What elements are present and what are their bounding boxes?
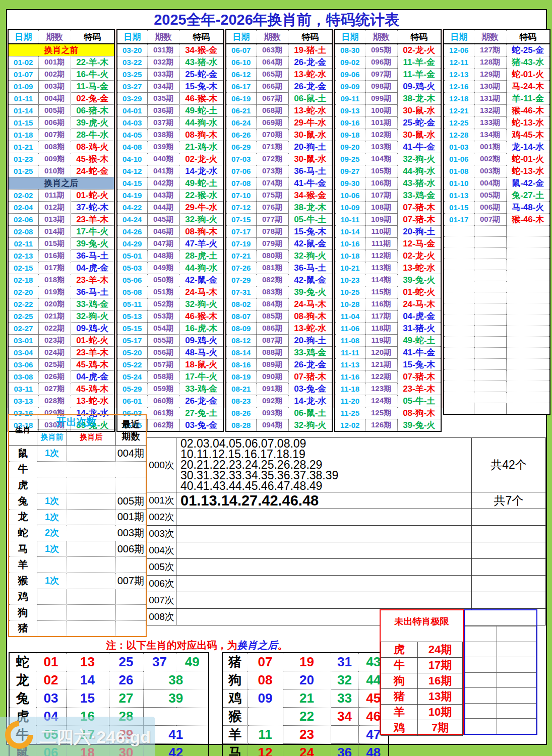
table-row: 09-06097期11-羊-金 [335, 69, 441, 81]
date-cell: 07-03 [226, 153, 256, 165]
stats-zodiac-cell: 牛 [9, 461, 37, 477]
stats-before-cell [37, 477, 67, 493]
period-cell: 018期 [38, 274, 71, 286]
stats-row: 鸡 [9, 589, 146, 605]
date-cell: 01-14 [8, 105, 38, 117]
number-cell [248, 708, 283, 726]
empty-grid-row [465, 657, 536, 673]
main-table-group-5: 日期期数特码12-06127期蛇-25-金12-11128期猪-43-水12-1… [443, 29, 550, 415]
period-cell: 028期 [38, 395, 71, 407]
table-row: 04-05038期08-狗-木 [117, 129, 223, 141]
date-cell: 11-13 [335, 359, 365, 371]
period-cell: 007期 [38, 129, 71, 141]
code-cell [506, 370, 550, 381]
date-cell: 02-13 [8, 250, 38, 262]
table-row: 02-18018期23-羊-木 [8, 274, 114, 286]
code-cell: 11-羊-金 [397, 69, 441, 81]
note-highlight: 换肖之后 [237, 640, 278, 651]
period-cell: 046期 [147, 226, 179, 238]
page: { "page": { "title": "2025全年-2026年换肖前，特码… [0, 0, 552, 756]
limit-row: 牛17期 [381, 658, 463, 673]
date-cell: 05-22 [117, 359, 147, 371]
date-cell: 03-29 [117, 93, 147, 105]
period-cell [474, 370, 506, 381]
date-cell: 06-10 [226, 56, 256, 69]
date-cell: 03-13 [8, 395, 38, 407]
table-row: 01-25010期24-蛇-金 [8, 165, 114, 177]
date-cell: 02-27 [8, 323, 38, 335]
code-cell: 13-蛇-水 [71, 395, 114, 407]
date-cell: 12-16 [444, 81, 474, 93]
table-row: 10-28116期24-马-木 [335, 298, 441, 310]
stats-recent-cell: 004期 [115, 446, 146, 462]
date-cell: 10-11 [335, 214, 365, 226]
table-row: 06-26070期30-鼠-水 [226, 129, 332, 141]
code-cell: 18-鼠-火 [179, 359, 223, 371]
limit-value-cell: 10期 [418, 705, 463, 720]
date-cell: 05-24 [117, 371, 147, 383]
number-cell: 37 [143, 653, 176, 671]
date-cell [444, 381, 474, 392]
period-cell: 079期 [256, 238, 288, 250]
period-cell: 133期 [474, 117, 506, 129]
date-cell: 01-17 [444, 214, 474, 226]
table-row: 09-11099期38-龙-木 [335, 93, 441, 105]
period-cell: 132期 [474, 105, 506, 117]
date-cell: 03-20 [117, 44, 147, 56]
table-row: 03-08026期04-虎-金 [8, 371, 114, 383]
date-cell: 02-06 [8, 214, 38, 226]
number-cell: 36 [331, 744, 358, 756]
stats-recent-cell: 005期 [115, 493, 146, 509]
code-cell [506, 403, 550, 415]
number-cell: 31 [331, 653, 358, 671]
date-cell: 08-23 [226, 395, 256, 407]
stats-row: 猪 [9, 620, 146, 637]
date-cell [444, 337, 474, 348]
date-cell: 09-20 [335, 141, 365, 153]
date-cell: 10-23 [335, 274, 365, 286]
frequency-row: 006次 [147, 576, 546, 592]
code-cell: 15-兔-木 [288, 226, 332, 238]
period-cell: 040期 [147, 153, 179, 165]
period-cell: 033期 [147, 69, 179, 81]
period-cell: 082期 [256, 274, 288, 286]
limit-zodiac-cell: 牛 [381, 658, 418, 673]
table-row: 10-14110期20-狗-土 [335, 226, 441, 238]
table-row: 05-22057期18-鼠-火 [117, 359, 223, 371]
code-cell: 32-狗-火 [71, 310, 114, 323]
limit-box-title: 未出特肖极限 [381, 610, 463, 642]
table-row: 01-23009期45-猴-木 [8, 153, 114, 165]
stats-before-cell: 1次 [37, 541, 67, 557]
table-row: 04-08039期21-鸡-水 [117, 141, 223, 153]
period-cell: 050期 [147, 274, 179, 286]
limit-zodiac-cell: 虎 [381, 642, 418, 658]
date-cell: 05-15 [117, 323, 147, 335]
code-cell: 49-蛇-土 [179, 177, 223, 190]
frequency-numbers-cell: 02.03.04.05.06.07.08.0910.11.12.15.16.17… [176, 438, 472, 492]
code-cell: 44-狗-水 [179, 117, 223, 129]
stats-header-zodiac: 生肖 [9, 415, 37, 446]
date-cell: 03-22 [117, 56, 147, 69]
period-cell: 042期 [147, 177, 179, 190]
date-cell: 02-04 [8, 202, 38, 214]
date-cell: 08-02 [226, 298, 256, 310]
stats-before-cell [37, 589, 67, 605]
empty-cell [465, 657, 497, 673]
code-cell: 32-狗-火 [397, 153, 441, 165]
date-cell: 09-06 [335, 69, 365, 81]
period-cell: 006期 [474, 202, 506, 214]
empty-grid-row [465, 626, 536, 642]
watermark-text: 二四六·246.gd [39, 726, 151, 749]
table-row: 08-09086期13-蛇-水 [226, 323, 332, 335]
date-cell [444, 226, 474, 237]
date-cell [444, 314, 474, 326]
date-cell: 05-29 [117, 383, 147, 395]
stats-row: 牛 [9, 461, 146, 477]
table-row: 02-20019期36-马-土 [8, 286, 114, 298]
table-row: 10-21113期13-蛇-水 [335, 262, 441, 274]
period-cell: 088期 [256, 347, 288, 359]
table-row: 03-25033期25-蛇-金 [117, 69, 223, 81]
date-cell: 07-10 [226, 190, 256, 202]
code-cell: 01-蛇-火 [71, 190, 114, 202]
frequency-count-cell [472, 542, 546, 559]
